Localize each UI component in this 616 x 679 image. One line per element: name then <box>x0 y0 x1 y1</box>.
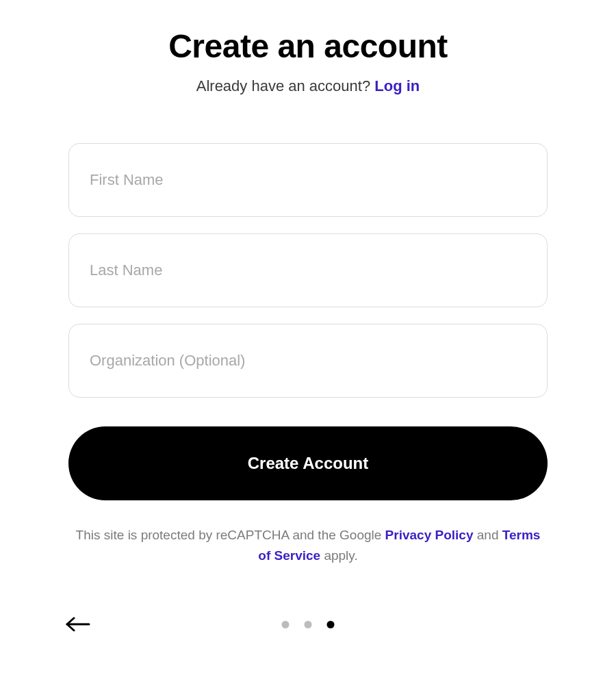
first-name-input[interactable] <box>68 143 548 217</box>
organization-input[interactable] <box>68 324 548 398</box>
page-title: Create an account <box>68 27 548 65</box>
recaptcha-prefix: This site is protected by reCAPTCHA and … <box>76 528 385 542</box>
login-prompt-text: Already have an account? <box>196 77 375 94</box>
signup-form: Create Account <box>68 143 548 500</box>
recaptcha-mid: and <box>473 528 502 542</box>
recaptcha-suffix: apply. <box>320 548 358 563</box>
last-name-input[interactable] <box>68 233 548 307</box>
progress-dot-1 <box>282 621 290 628</box>
back-button[interactable] <box>66 615 90 634</box>
recaptcha-note: This site is protected by reCAPTCHA and … <box>68 525 548 567</box>
progress-dots <box>282 621 335 628</box>
login-link[interactable]: Log in <box>374 77 420 94</box>
progress-dot-3 <box>327 621 335 628</box>
progress-dot-2 <box>305 621 312 628</box>
create-account-button[interactable]: Create Account <box>68 426 548 500</box>
login-prompt: Already have an account? Log in <box>68 77 548 95</box>
arrow-left-icon <box>66 615 90 634</box>
bottom-bar <box>0 615 616 634</box>
privacy-policy-link[interactable]: Privacy Policy <box>385 528 474 542</box>
